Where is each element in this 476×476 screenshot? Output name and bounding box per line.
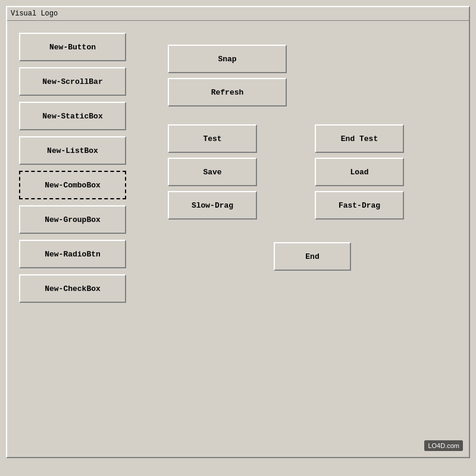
end-btn[interactable]: End	[274, 242, 351, 271]
right-panel: SnapRefresh TestEnd TestSaveLoadSlow-Dra…	[144, 33, 457, 303]
slow-drag-btn[interactable]: Slow-Drag	[168, 191, 257, 220]
new-checkbox-btn[interactable]: New-CheckBox	[19, 274, 126, 303]
fast-drag-btn[interactable]: Fast-Drag	[315, 191, 404, 220]
window-title: Visual Logo	[11, 10, 58, 18]
load-btn[interactable]: Load	[315, 158, 404, 186]
new-radiobtn-btn[interactable]: New-RadioBtn	[19, 240, 126, 268]
end-test-btn[interactable]: End Test	[315, 124, 404, 153]
title-bar: Visual Logo	[7, 7, 469, 21]
end-group: End	[168, 242, 457, 271]
test-btn[interactable]: Test	[168, 124, 257, 153]
new-staticbox-btn[interactable]: New-StaticBox	[19, 102, 126, 130]
left-panel: New-ButtonNew-ScrollBarNew-StaticBoxNew-…	[19, 33, 132, 303]
new-groupbox-btn[interactable]: New-GroupBox	[19, 205, 126, 234]
new-button-btn[interactable]: New-Button	[19, 33, 126, 61]
snap-btn[interactable]: Snap	[168, 45, 287, 73]
refresh-btn[interactable]: Refresh	[168, 78, 287, 107]
new-scrollbar-btn[interactable]: New-ScrollBar	[19, 67, 126, 96]
main-window: Visual Logo New-ButtonNew-ScrollBarNew-S…	[6, 6, 470, 458]
save-btn[interactable]: Save	[168, 158, 257, 186]
snap-refresh-group: SnapRefresh	[168, 45, 457, 107]
new-listbox-btn[interactable]: New-ListBox	[19, 136, 126, 165]
new-combobox-btn[interactable]: New-ComboBox	[19, 171, 126, 199]
watermark-label: LO4D.com	[424, 440, 463, 451]
grid-group: TestEnd TestSaveLoadSlow-DragFast-Drag	[168, 124, 457, 220]
